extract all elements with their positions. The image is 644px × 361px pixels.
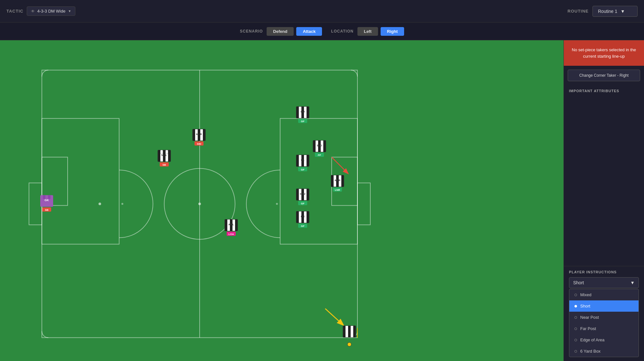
tactic-name: 4-3-3 DM Wide xyxy=(37,9,65,14)
option-edge-of-area[interactable]: Edge of Area xyxy=(569,334,639,346)
svg-rect-90 xyxy=(348,326,351,337)
radio-dot-short xyxy=(574,305,577,307)
svg-point-14 xyxy=(121,203,123,205)
alert-banner: No set-piece takers selected in the curr… xyxy=(564,40,644,66)
dropdown-list: Mixed Short Near Post Far Post Edge of A… xyxy=(569,289,639,357)
option-far-post-label: Far Post xyxy=(580,326,596,331)
dm2-player[interactable]: DM2 GF xyxy=(296,189,309,205)
dr-player[interactable]: DR GF xyxy=(296,211,309,228)
svg-text:SBI: SBI xyxy=(197,142,201,145)
location-label: LOCATION xyxy=(331,29,354,34)
dropdown-chevron-icon: ▼ xyxy=(630,280,635,285)
attack-tab[interactable]: Attack xyxy=(296,27,322,36)
svg-text:SB: SB xyxy=(162,163,166,166)
svg-rect-24 xyxy=(158,150,160,162)
svg-rect-82 xyxy=(296,211,299,223)
header-bar: TACTIC 👁 4-3-3 DM Wide ▼ ROUTINE Routine… xyxy=(0,0,644,23)
svg-text:AMR: AMR xyxy=(335,179,340,182)
svg-text:DM: DM xyxy=(301,110,305,113)
routine-label: ROUTINE xyxy=(568,9,589,14)
st-player[interactable]: STO FP xyxy=(313,141,326,157)
main-content: GK SB MCL SB xyxy=(0,40,644,361)
svg-point-13 xyxy=(276,203,278,205)
svg-text:MCR: MCR xyxy=(196,133,202,136)
svg-rect-56 xyxy=(323,141,326,152)
amr-player[interactable]: AMR LNR xyxy=(331,175,344,192)
gk-player[interactable]: GK SB xyxy=(40,195,53,212)
current-instruction: Short xyxy=(573,280,584,285)
svg-rect-70 xyxy=(341,175,344,187)
left-tab[interactable]: Left xyxy=(357,27,378,36)
svg-rect-84 xyxy=(307,211,309,223)
svg-point-4 xyxy=(198,203,201,205)
svg-text:GK: GK xyxy=(44,199,49,202)
svg-rect-89 xyxy=(343,326,346,337)
radio-dot-6-yard-box xyxy=(574,350,577,353)
svg-rect-42 xyxy=(235,220,238,231)
change-corner-taker-button[interactable]: Change Corner Taker - Right xyxy=(568,70,640,81)
radio-dot-far-post xyxy=(574,327,577,330)
routine-section: ROUTINE Routine 1 ▼ xyxy=(568,6,638,17)
svg-rect-49 xyxy=(307,107,309,118)
svg-text:MCL: MCL xyxy=(161,154,167,157)
routine-chevron-icon: ▼ xyxy=(620,9,625,14)
alert-text: No set-piece takers selected in the curr… xyxy=(572,47,636,59)
defend-tab[interactable]: Defend xyxy=(267,27,294,36)
svg-rect-40 xyxy=(225,220,227,231)
svg-text:DL: DL xyxy=(301,159,305,161)
tactic-dropdown[interactable]: 👁 4-3-3 DM Wide ▼ xyxy=(27,6,75,16)
player-instructions-title: PLAYER INSTRUCTIONS xyxy=(569,270,639,274)
option-short-label: Short xyxy=(580,304,590,308)
option-far-post[interactable]: Far Post xyxy=(569,323,639,334)
option-6-yard-box-label: 6 Yard Box xyxy=(580,349,601,354)
svg-point-92 xyxy=(347,343,351,346)
svg-text:SB: SB xyxy=(45,209,48,211)
dm1-player[interactable]: DM GF xyxy=(296,107,309,123)
right-panel: No set-piece takers selected in the curr… xyxy=(564,40,644,361)
svg-rect-35 xyxy=(203,129,205,141)
option-6-yard-box[interactable]: 6 Yard Box xyxy=(569,346,639,357)
routine-dropdown[interactable]: Routine 1 ▼ xyxy=(592,6,638,17)
radio-dot-near-post xyxy=(574,316,577,319)
important-attributes-section: IMPORTANT ATTRIBUTES xyxy=(564,85,644,266)
svg-rect-68 xyxy=(331,175,334,187)
option-edge-of-area-label: Edge of Area xyxy=(580,337,604,342)
option-mixed[interactable]: Mixed xyxy=(569,289,639,300)
svg-text:LOA: LOA xyxy=(229,233,234,236)
svg-text:FP: FP xyxy=(318,154,321,157)
svg-text:GF: GF xyxy=(301,168,304,171)
svg-rect-77 xyxy=(307,189,309,200)
svg-rect-33 xyxy=(193,129,195,141)
svg-text:DR: DR xyxy=(301,215,305,218)
radio-dot-edge-of-area xyxy=(574,339,577,341)
svg-rect-63 xyxy=(307,155,309,167)
tactic-label: TACTIC xyxy=(6,9,24,14)
svg-rect-61 xyxy=(296,155,299,167)
svg-rect-47 xyxy=(296,107,299,118)
svg-rect-54 xyxy=(313,141,316,152)
svg-text:DM2: DM2 xyxy=(300,192,306,195)
option-short[interactable]: Short xyxy=(569,300,639,312)
eye-icon: 👁 xyxy=(31,9,35,14)
option-near-post-label: Near Post xyxy=(580,315,599,320)
dl-player[interactable]: DL GF xyxy=(296,155,309,171)
aml-player[interactable]: AML LOA xyxy=(225,220,238,236)
svg-rect-75 xyxy=(296,189,299,200)
scenario-label: SCENARIO xyxy=(240,29,263,34)
routine-value: Routine 1 xyxy=(598,9,617,14)
svg-rect-91 xyxy=(353,326,356,337)
pitch-container: GK SB MCL SB xyxy=(0,40,564,361)
svg-text:AML: AML xyxy=(228,223,234,226)
option-mixed-label: Mixed xyxy=(580,292,592,297)
svg-text:STO: STO xyxy=(317,144,322,147)
option-near-post[interactable]: Near Post xyxy=(569,312,639,323)
svg-text:GF: GF xyxy=(301,202,304,205)
svg-rect-0 xyxy=(0,40,564,361)
instructions-dropdown[interactable]: Short ▼ xyxy=(569,277,639,288)
radio-dot-mixed xyxy=(574,294,577,296)
right-tab[interactable]: Right xyxy=(381,27,404,36)
important-attrs-title: IMPORTANT ATTRIBUTES xyxy=(569,89,639,93)
mcl-player[interactable]: MCL SB xyxy=(158,150,171,167)
player-instructions-section: PLAYER INSTRUCTIONS Short ▼ Mixed Short xyxy=(564,266,644,361)
mcr-player[interactable]: MCR SBI xyxy=(193,129,205,146)
